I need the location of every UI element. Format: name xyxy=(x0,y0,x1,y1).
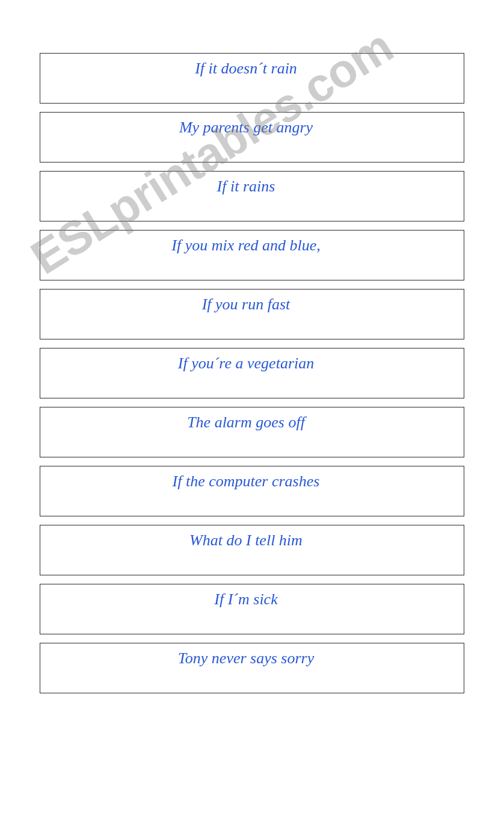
sentence-text: If you mix red and blue, xyxy=(171,235,320,256)
sentence-text: If you´re a vegetarian xyxy=(178,353,314,374)
sentence-box: If you run fast xyxy=(40,289,464,339)
sentence-text: If I´m sick xyxy=(214,589,277,610)
sentence-box: If it doesn´t rain xyxy=(40,53,464,104)
sentence-box: The alarm goes off xyxy=(40,407,464,457)
sentence-box: My parents get angry xyxy=(40,112,464,163)
sentence-text: The alarm goes off xyxy=(187,412,305,433)
sentence-text: What do I tell him xyxy=(189,530,303,551)
sentence-box: If you mix red and blue, xyxy=(40,230,464,280)
sentence-text: If it rains xyxy=(217,176,275,197)
sentence-text: If you run fast xyxy=(202,294,290,315)
sentence-box: If you´re a vegetarian xyxy=(40,348,464,398)
sentence-box: Tony never says sorry xyxy=(40,643,464,693)
sentence-text: If it doesn´t rain xyxy=(195,58,297,79)
sentence-text: My parents get angry xyxy=(179,117,313,138)
sentence-box: If it rains xyxy=(40,171,464,221)
sentence-text: If the computer crashes xyxy=(173,471,320,492)
sentence-box: What do I tell him xyxy=(40,525,464,575)
worksheet-container: If it doesn´t rain My parents get angry … xyxy=(0,0,504,693)
sentence-text: Tony never says sorry xyxy=(178,648,315,669)
sentence-box: If the computer crashes xyxy=(40,466,464,516)
sentence-box: If I´m sick xyxy=(40,584,464,634)
